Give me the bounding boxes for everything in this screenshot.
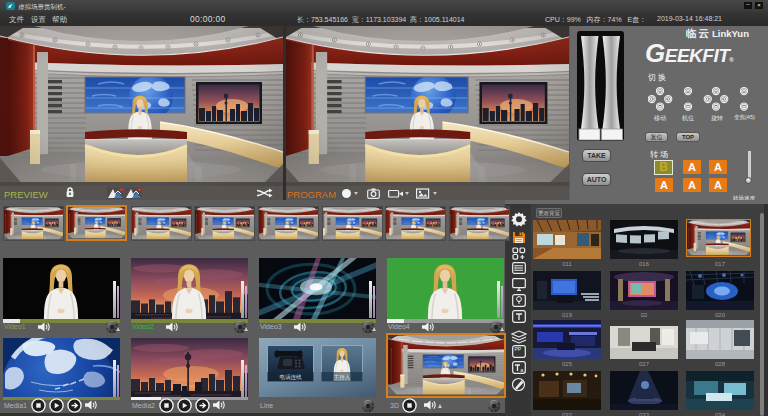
svg-text:a: a [520, 367, 524, 373]
svg-text:PP: PP [515, 346, 522, 352]
